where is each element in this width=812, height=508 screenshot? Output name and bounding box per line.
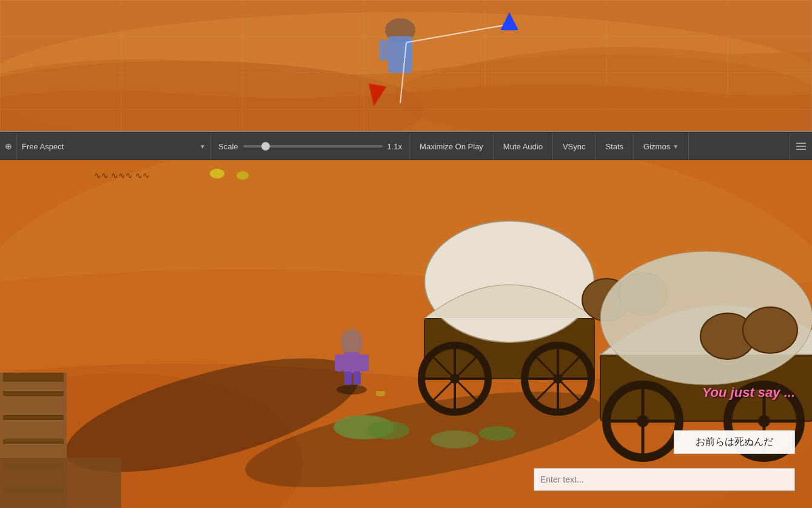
svg-rect-35 bbox=[3, 439, 64, 444]
svg-point-28 bbox=[367, 421, 409, 439]
svg-rect-38 bbox=[0, 458, 121, 508]
hamburger-menu-icon[interactable] bbox=[790, 143, 812, 150]
svg-rect-71 bbox=[343, 352, 360, 373]
aspect-ratio-label: Free Aspect bbox=[22, 142, 64, 151]
mute-audio-button[interactable]: Mute Audio bbox=[494, 133, 553, 160]
svg-rect-72 bbox=[335, 354, 343, 371]
vsync-button[interactable]: VSync bbox=[553, 133, 596, 160]
text-input-field[interactable] bbox=[534, 468, 795, 491]
svg-rect-73 bbox=[360, 354, 369, 371]
svg-rect-6 bbox=[379, 39, 388, 61]
toolbar-left-arrow[interactable]: ⊕ bbox=[0, 133, 17, 160]
scale-section: Scale 1.1x bbox=[211, 133, 410, 160]
svg-rect-34 bbox=[3, 415, 64, 420]
svg-point-40 bbox=[424, 221, 594, 342]
maximize-on-play-button[interactable]: Maximize On Play bbox=[410, 133, 494, 160]
svg-point-66 bbox=[743, 307, 797, 353]
svg-point-68 bbox=[237, 171, 249, 180]
svg-point-67 bbox=[210, 169, 224, 178]
scale-slider-thumb[interactable] bbox=[261, 142, 270, 151]
gizmos-dropdown-arrow: ▼ bbox=[673, 143, 679, 150]
scale-value: 1.1x bbox=[388, 142, 403, 151]
text-input-area bbox=[534, 468, 795, 491]
stats-button[interactable]: Stats bbox=[596, 133, 634, 160]
dialog-text: You just say ... bbox=[702, 385, 795, 401]
svg-text:∿∿ ∿∿∿ ∿∿: ∿∿ ∿∿∿ ∿∿ bbox=[94, 171, 150, 180]
svg-rect-33 bbox=[3, 391, 64, 396]
svg-rect-77 bbox=[376, 391, 385, 396]
aspect-ratio-dropdown[interactable]: Free Aspect ▼ bbox=[17, 133, 211, 160]
svg-rect-74 bbox=[344, 371, 352, 385]
game-view: ∿∿ ∿∿∿ ∿∿ You just say ... お前らは死ぬんだ bbox=[0, 160, 812, 508]
japanese-text-box: お前らは死ぬんだ bbox=[674, 430, 795, 454]
scale-label: Scale bbox=[218, 142, 238, 151]
toolbar-extra-icons bbox=[790, 133, 812, 160]
svg-point-76 bbox=[337, 385, 367, 395]
svg-point-30 bbox=[479, 426, 515, 441]
svg-rect-75 bbox=[354, 371, 361, 385]
scale-slider[interactable] bbox=[243, 145, 383, 147]
svg-point-70 bbox=[341, 329, 363, 356]
svg-rect-32 bbox=[3, 373, 64, 382]
svg-point-29 bbox=[431, 430, 479, 449]
aspect-dropdown-arrow: ▼ bbox=[200, 143, 206, 150]
game-view-toolbar: ⊕ Free Aspect ▼ Scale 1.1x Maximize On P… bbox=[0, 132, 812, 160]
gizmos-button[interactable]: Gizmos ▼ bbox=[634, 133, 689, 160]
scene-view bbox=[0, 0, 812, 132]
